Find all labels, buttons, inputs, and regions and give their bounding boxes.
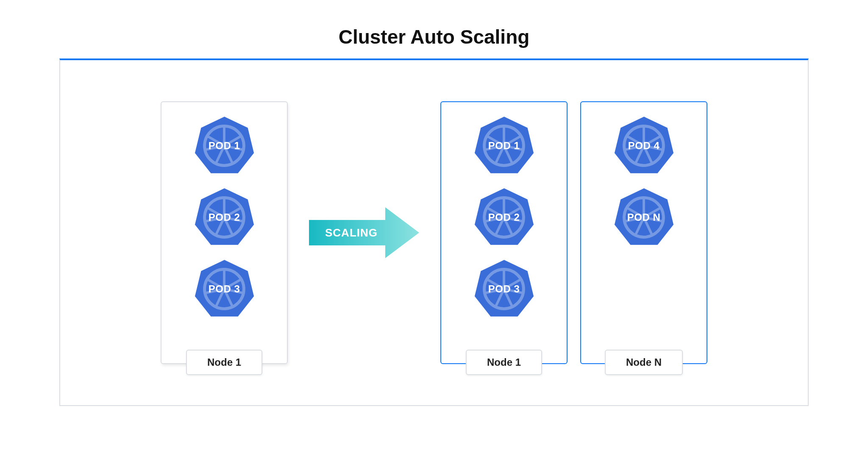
pod-label: POD N bbox=[627, 211, 661, 223]
node-label: Node 1 bbox=[186, 350, 262, 375]
pod-label: POD 3 bbox=[209, 283, 240, 295]
pod: POD 3 bbox=[473, 258, 535, 320]
arrow-icon: SCALING bbox=[309, 207, 419, 258]
pod: POD 2 bbox=[473, 186, 535, 248]
scaling-arrow: SCALING bbox=[309, 207, 419, 258]
pod-label: POD 3 bbox=[488, 283, 520, 295]
pod-label: POD 1 bbox=[209, 140, 240, 152]
node-card-after-1: POD 1 POD 2 bbox=[440, 101, 568, 364]
node-label: Node N bbox=[605, 350, 683, 375]
pod: POD N bbox=[613, 186, 675, 248]
pod-label: POD 2 bbox=[488, 211, 520, 223]
arrow-label: SCALING bbox=[325, 226, 378, 239]
diagram-container: POD 1 POD 2 bbox=[59, 58, 809, 406]
pod: POD 4 bbox=[613, 115, 675, 176]
diagram-title: Cluster Auto Scaling bbox=[59, 25, 809, 48]
node-label: Node 1 bbox=[466, 350, 542, 375]
node-card-before: POD 1 POD 2 bbox=[161, 101, 288, 364]
pod: POD 2 bbox=[194, 186, 255, 248]
pod: POD 1 bbox=[194, 115, 255, 176]
scaled-nodes-group: POD 1 POD 2 bbox=[440, 101, 707, 364]
pod: POD 1 bbox=[473, 115, 535, 176]
pod-label: POD 1 bbox=[488, 140, 520, 152]
node-card-after-n: POD 4 POD N Node N bbox=[580, 101, 707, 364]
pod-label: POD 4 bbox=[628, 140, 660, 152]
pod: POD 3 bbox=[194, 258, 255, 320]
pod-label: POD 2 bbox=[209, 211, 240, 223]
